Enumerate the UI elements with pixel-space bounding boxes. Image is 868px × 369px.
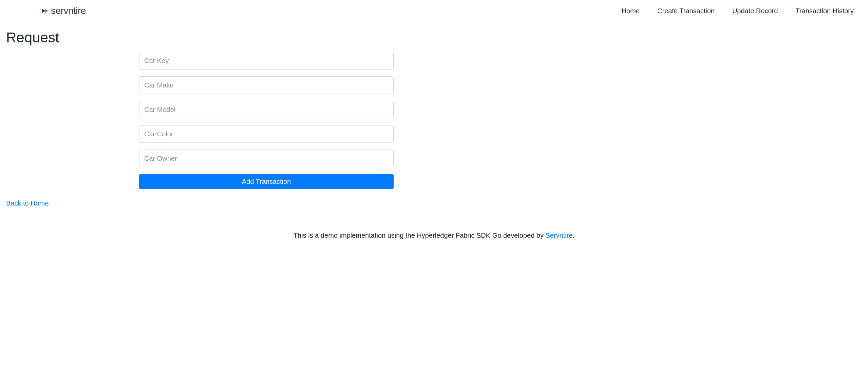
nav-item-transaction-history[interactable]: Transaction History bbox=[795, 7, 854, 15]
main-content: Request Add Transaction Back to Home bbox=[0, 22, 868, 215]
footer-servntire-link[interactable]: Servntire bbox=[546, 232, 573, 239]
page-title: Request bbox=[6, 30, 862, 46]
footer: This is a demo implementation using the … bbox=[0, 215, 868, 246]
car-key-input[interactable] bbox=[139, 52, 394, 70]
car-color-input[interactable] bbox=[139, 125, 394, 143]
nav-item-update-record[interactable]: Update Record bbox=[732, 7, 778, 15]
navbar: servntire Home Create Transaction Update… bbox=[0, 0, 868, 22]
logo[interactable]: servntire bbox=[41, 5, 86, 16]
footer-text-after: . bbox=[573, 232, 575, 239]
car-owner-input[interactable] bbox=[139, 150, 394, 167]
nav-item-home[interactable]: Home bbox=[622, 7, 640, 15]
car-make-input[interactable] bbox=[139, 76, 394, 94]
footer-text-before: This is a demo implementation using the … bbox=[294, 232, 546, 239]
nav-links: Home Create Transaction Update Record Tr… bbox=[622, 7, 854, 15]
nav-item-create-transaction[interactable]: Create Transaction bbox=[657, 7, 715, 15]
logo-icon bbox=[41, 7, 50, 15]
back-to-home-link[interactable]: Back to Home bbox=[6, 199, 49, 207]
add-transaction-button[interactable]: Add Transaction bbox=[139, 174, 394, 189]
car-model-input[interactable] bbox=[139, 101, 394, 118]
logo-text: servntire bbox=[51, 5, 86, 16]
request-form: Add Transaction bbox=[139, 52, 394, 189]
